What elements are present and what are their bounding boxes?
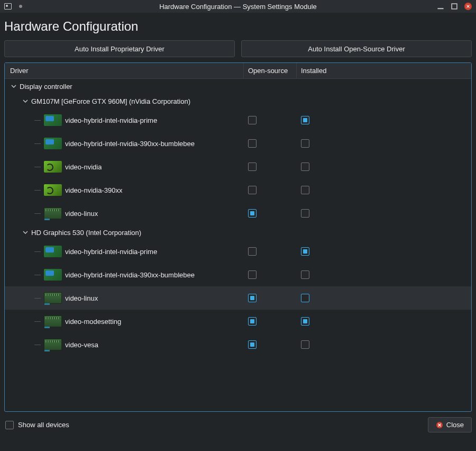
driver-row[interactable]: video-vesa: [5, 333, 471, 356]
close-button-label: Close: [446, 421, 464, 429]
checkbox[interactable]: [248, 116, 257, 124]
checkbox[interactable]: [248, 270, 257, 279]
driver-row[interactable]: video-hybrid-intel-nvidia-prime: [5, 109, 471, 132]
driver-row[interactable]: video-linux: [5, 202, 471, 225]
chevron-down-icon[interactable]: [22, 97, 29, 105]
driver-name: video-modesetting: [65, 318, 121, 326]
checkbox[interactable]: [301, 317, 309, 326]
driver-name: video-nvidia-390xx: [65, 186, 122, 194]
auto-install-proprietary-button[interactable]: Auto Install Proprietary Driver: [4, 40, 235, 57]
device-label: HD Graphics 530 (Intel Corporation): [31, 229, 141, 237]
titlebar-dot: [19, 5, 22, 8]
driver-name: video-hybrid-intel-nvidia-390xx-bumblebe…: [65, 271, 195, 279]
app-icon: [4, 3, 12, 10]
driver-row[interactable]: video-linux: [5, 286, 471, 310]
checkbox[interactable]: [248, 294, 257, 302]
driver-row[interactable]: video-hybrid-intel-nvidia-prime: [5, 240, 471, 263]
nvidia-hw-icon: [44, 161, 62, 173]
card-hw-icon: [44, 292, 62, 304]
driver-name: video-nvidia: [65, 163, 102, 171]
category-label: Display controller: [20, 83, 72, 91]
driver-row[interactable]: video-modesetting: [5, 310, 471, 333]
tree-header: Driver Open-source Installed: [5, 63, 471, 79]
driver-name: video-hybrid-intel-nvidia-prime: [65, 116, 157, 124]
driver-row[interactable]: video-nvidia: [5, 155, 471, 178]
checkbox[interactable]: [301, 209, 309, 218]
driver-name: video-hybrid-intel-nvidia-prime: [65, 248, 157, 256]
minimize-icon[interactable]: [437, 3, 444, 10]
checkbox[interactable]: [301, 294, 309, 302]
chevron-down-icon[interactable]: [22, 229, 29, 236]
driver-row[interactable]: video-nvidia-390xx: [5, 178, 471, 202]
driver-name: video-hybrid-intel-nvidia-390xx-bumblebe…: [65, 140, 195, 148]
driver-name: video-vesa: [65, 341, 98, 349]
intel-hw-icon: [44, 114, 62, 126]
intel-hw-icon: [44, 138, 62, 149]
checkbox[interactable]: [248, 247, 257, 256]
chevron-down-icon[interactable]: [10, 83, 17, 90]
titlebar: Hardware Configuration — System Settings…: [0, 0, 476, 13]
intel-hw-icon: [44, 246, 62, 257]
close-button[interactable]: Close: [428, 417, 472, 432]
auto-install-opensource-button[interactable]: Auto Install Open-Source Driver: [241, 40, 472, 57]
nvidia-hw-icon: [44, 184, 62, 196]
tree-device[interactable]: HD Graphics 530 (Intel Corporation): [5, 225, 471, 240]
tree-body[interactable]: Display controllerGM107M [GeForce GTX 96…: [5, 79, 471, 411]
page-title: Hardware Configuration: [4, 19, 472, 34]
device-label: GM107M [GeForce GTX 960M] (nVidia Corpor…: [31, 97, 190, 105]
checkbox[interactable]: [248, 209, 257, 218]
driver-row[interactable]: video-hybrid-intel-nvidia-390xx-bumblebe…: [5, 263, 471, 286]
column-driver[interactable]: Driver: [5, 63, 244, 78]
tree-device[interactable]: GM107M [GeForce GTX 960M] (nVidia Corpor…: [5, 94, 471, 109]
button-label: Auto Install Proprietary Driver: [75, 45, 164, 53]
show-all-devices-checkbox[interactable]: [5, 421, 14, 429]
tree-category[interactable]: Display controller: [5, 79, 471, 94]
checkbox[interactable]: [301, 340, 309, 349]
checkbox[interactable]: [301, 186, 309, 194]
show-all-devices-label: Show all devices: [18, 421, 69, 429]
driver-name: video-linux: [65, 210, 98, 218]
checkbox[interactable]: [301, 163, 309, 171]
checkbox[interactable]: [248, 139, 257, 148]
checkbox[interactable]: [248, 340, 257, 349]
card-hw-icon: [44, 208, 62, 219]
checkbox[interactable]: [301, 116, 309, 124]
checkbox[interactable]: [248, 317, 257, 326]
column-installed[interactable]: Installed: [297, 63, 471, 78]
window-title: Hardware Configuration — System Settings…: [0, 3, 476, 11]
checkbox[interactable]: [248, 186, 257, 194]
driver-tree: Driver Open-source Installed Display con…: [4, 62, 472, 412]
intel-hw-icon: [44, 269, 62, 281]
driver-name: video-linux: [65, 294, 98, 302]
driver-row[interactable]: video-hybrid-intel-nvidia-390xx-bumblebe…: [5, 132, 471, 155]
checkbox[interactable]: [301, 270, 309, 279]
checkbox[interactable]: [248, 163, 257, 171]
button-label: Auto Install Open-Source Driver: [308, 45, 405, 53]
close-icon: [436, 421, 443, 429]
checkbox[interactable]: [301, 139, 309, 148]
checkbox[interactable]: [301, 247, 309, 256]
card-hw-icon: [44, 339, 62, 350]
svg-rect-1: [452, 4, 457, 9]
card-hw-icon: [44, 315, 62, 327]
window-close-icon[interactable]: [464, 3, 472, 10]
column-opensource[interactable]: Open-source: [244, 63, 297, 78]
maximize-icon[interactable]: [451, 3, 458, 10]
